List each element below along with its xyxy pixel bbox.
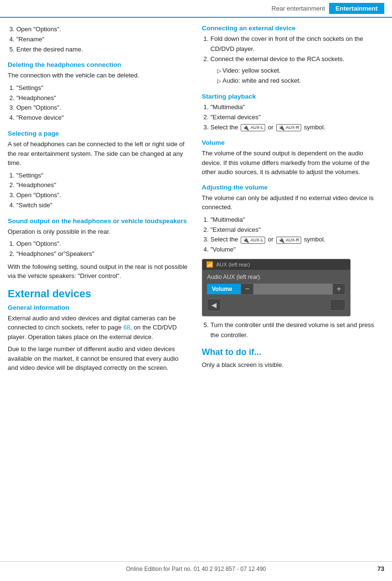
aux-screen-header-label: AUX (left rear)	[216, 262, 250, 267]
sel-step-1: "Settings"	[16, 171, 190, 181]
del-step-1: "Settings"	[16, 83, 190, 93]
nav-left-arrow[interactable]: ◀	[207, 299, 221, 311]
volume-desc: The volume of the sound output is depend…	[202, 149, 384, 177]
sel-step-2: "Headphones"	[16, 180, 190, 190]
deleting-section: Deleting the headphones connection The c…	[8, 61, 190, 123]
header-rear-label: Rear entertainment	[271, 5, 325, 12]
plug-icon-r: 🔌	[278, 125, 285, 130]
conn-sub-2: Audio: white and red socket.	[217, 76, 384, 86]
sel-step-3: Open "Options".	[16, 190, 190, 201]
adj-aux-r-label: AUX-R	[286, 238, 299, 242]
sel-step-4: "Switch side"	[16, 201, 190, 211]
aux-screen-body: Audio AUX (left rear) Volume − + ◀	[202, 270, 350, 316]
general-desc2: Due to the large number of different aud…	[8, 344, 190, 373]
sound-title: Sound output on the headphones or vehicl…	[8, 217, 190, 225]
main-content: Open "Options". "Rename" Enter the desir…	[0, 18, 392, 379]
connecting-section: Connecting an external device Fold down …	[202, 25, 384, 86]
start-step-2: "External devices"	[210, 113, 384, 123]
page-number: 73	[378, 565, 384, 572]
aux-screen: 📶 AUX (left rear) Audio AUX (left rear) …	[202, 259, 351, 316]
conn-sub-1: Video: yellow socket.	[217, 66, 384, 76]
what-title: What to do if...	[202, 347, 384, 357]
volume-bar	[254, 283, 332, 295]
plug-icon: 🔌	[243, 125, 249, 130]
selecting-title: Selecting a page	[8, 130, 190, 137]
starting-title: Starting playback	[202, 93, 384, 100]
external-title: External devices	[8, 288, 190, 300]
volume-section: Volume The volume of the sound output is…	[202, 139, 384, 177]
conn-step-1: Fold down the cover in front of the cinc…	[210, 34, 384, 54]
volume-title: Volume	[202, 139, 384, 146]
continuation-steps: Open "Options". "Rename" Enter the desir…	[8, 25, 190, 54]
adjusting-desc: The volume can only be adjusted if no ex…	[202, 193, 384, 212]
right-column: Connecting an external device Fold down …	[202, 25, 384, 379]
volume-plus-button[interactable]: +	[332, 283, 345, 295]
nav-thumb	[330, 299, 345, 311]
sound-desc2: With the following setting, sound output…	[8, 262, 190, 281]
volume-label: Volume	[207, 284, 241, 294]
adj-step-3: Select the 🔌 AUX-L or 🔌 AUX-R symbol.	[210, 235, 384, 245]
conn-step-2: Connect the external device to the RCA s…	[210, 54, 384, 86]
del-step-3: Open "Options".	[16, 103, 190, 113]
external-section: External devices General information Ext…	[8, 288, 190, 373]
starting-section: Starting playback "Multimedia" "External…	[202, 93, 384, 132]
step-3: Open "Options".	[16, 25, 190, 35]
aux-r-label: AUX-R	[286, 126, 299, 130]
start-step-3: Select the 🔌 AUX-L or 🔌 AUX-R symbol.	[210, 123, 384, 133]
aux-l-symbol: 🔌 AUX-L	[241, 124, 265, 131]
step-4: "Rename"	[16, 35, 190, 45]
left-column: Open "Options". "Rename" Enter the desir…	[8, 25, 190, 379]
what-section: What to do if... Only a black screen is …	[202, 347, 384, 370]
page-footer: Online Edition for Part no. 01 40 2 912 …	[0, 561, 392, 572]
adj-plug-icon: 🔌	[243, 238, 249, 243]
step-5: Enter the desired name.	[16, 45, 190, 55]
selecting-desc: A set of headphones can be connected to …	[8, 139, 190, 168]
adj-aux-l-symbol: 🔌 AUX-L	[241, 237, 265, 244]
adj-step-2: "External devices"	[210, 225, 384, 235]
selecting-section: Selecting a page A set of headphones can…	[8, 130, 190, 211]
del-step-2: "Headphones"	[16, 93, 190, 103]
adj-step-1: "Multimedia"	[210, 215, 384, 225]
sound-section: Sound output on the headphones or vehicl…	[8, 217, 190, 281]
adj-step-5: Turn the controller until the desired vo…	[210, 320, 384, 341]
deleting-title: Deleting the headphones connection	[8, 61, 190, 68]
snd-step-2: "Headphones" or"Speakers"	[16, 249, 190, 259]
adj-step-4: "Volume"	[210, 245, 384, 255]
wifi-icon: 📶	[206, 261, 213, 268]
general-title: General information	[8, 304, 190, 311]
footer-text: Online Edition for Part no. 01 40 2 912 …	[126, 566, 266, 572]
header-entertainment-label: Entertainment	[329, 3, 384, 14]
aux-l-label: AUX-L	[250, 126, 263, 130]
volume-minus-button[interactable]: −	[241, 283, 254, 295]
adjusting-section: Adjusting the volume The volume can only…	[202, 184, 384, 341]
aux-screen-nav: ◀	[207, 299, 345, 311]
adjusting-title: Adjusting the volume	[202, 184, 384, 191]
start-step-1: "Multimedia"	[210, 102, 384, 113]
sound-desc: Operation is only possible in the rear.	[8, 227, 190, 237]
snd-step-1: Open "Options".	[16, 239, 190, 249]
del-step-4: "Remove device"	[16, 113, 190, 123]
volume-row: Volume − +	[207, 283, 345, 295]
adj-aux-l-label: AUX-L	[250, 238, 263, 242]
adj-aux-r-symbol: 🔌 AUX-R	[276, 237, 301, 244]
aux-r-symbol: 🔌 AUX-R	[276, 124, 301, 131]
page-header: Rear entertainment Entertainment	[0, 0, 392, 18]
aux-screen-header: 📶 AUX (left rear)	[202, 259, 350, 270]
page-link[interactable]: 68	[123, 324, 130, 331]
connecting-title: Connecting an external device	[202, 25, 384, 32]
adj-plug-icon-r: 🔌	[278, 238, 285, 243]
general-desc1: External audio and video devices and dig…	[8, 314, 190, 342]
aux-screen-body-title: Audio AUX (left rear)	[207, 274, 345, 280]
deleting-desc: The connection with the vehicle can be d…	[8, 71, 190, 80]
what-desc: Only a black screen is visible.	[202, 360, 384, 370]
